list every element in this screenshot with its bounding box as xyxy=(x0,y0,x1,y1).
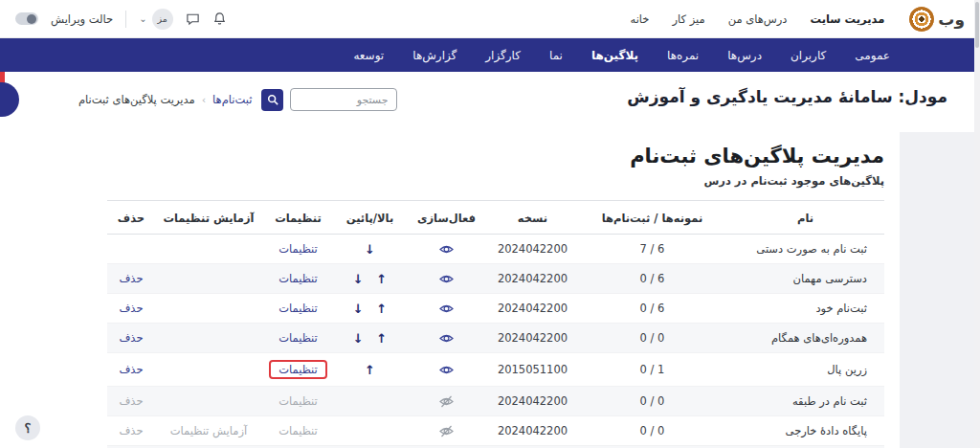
search-button[interactable] xyxy=(261,89,283,111)
uninstall-link[interactable]: حذف xyxy=(119,302,143,315)
plugin-name: دسترسی مهمان xyxy=(726,264,884,294)
settings-link[interactable]: تنظیمات xyxy=(278,363,318,376)
admin-navbar-items: عمومی کاربران درس‌ها نمره‌ها پلاگین‌ها ن… xyxy=(353,49,890,62)
breadcrumb-search-bar: مدیریت پلاگین‌های ثبت‌نام ‹ ثبت‌نام‌ها xyxy=(78,88,397,111)
move-down-arrow[interactable]: ↓ xyxy=(353,272,364,286)
move-up-arrow[interactable]: ↑ xyxy=(376,302,387,316)
logo-text: وب xyxy=(938,10,965,29)
settings-link[interactable]: تنظیمات xyxy=(278,331,318,345)
site-logo[interactable]: وب xyxy=(909,7,965,32)
column-header: تنظیمات xyxy=(262,201,334,235)
plugin-version: 2015051100 xyxy=(498,363,568,376)
column-header: آزمایش تنظیمات xyxy=(155,201,262,235)
disable-plugin-link[interactable] xyxy=(439,302,454,315)
topbar-right: وب مدیریت سایت درس‌های من میز کار خانه xyxy=(630,7,965,32)
annotation-highlight-box: تنظیمات xyxy=(271,301,325,316)
table-row: همدوره‌ای‌های همگام 0 / 0 2024042200 ↑ xyxy=(107,324,884,353)
settings-link[interactable]: تنظیمات xyxy=(278,242,318,256)
plugin-version: 2024042200 xyxy=(498,272,568,285)
question-icon: ؟ xyxy=(25,421,32,436)
move-down-arrow[interactable]: ↓ xyxy=(365,242,375,257)
uninstall-link[interactable]: حذف xyxy=(119,424,143,437)
column-header: نام xyxy=(726,201,884,235)
uninstall-link[interactable]: حذف xyxy=(119,331,143,345)
move-up-arrow[interactable]: ↑ xyxy=(376,331,387,346)
scrollbar-thumb[interactable] xyxy=(975,2,979,48)
table-row: دسترسی مهمان 0 / 6 2024042200 ↑ ↓ xyxy=(107,264,884,294)
topbar-nav-item[interactable]: خانه xyxy=(630,12,649,26)
move-up-arrow[interactable]: ↑ xyxy=(365,363,375,377)
topbar-left: مز ⌄ حالت ویرایش xyxy=(15,9,227,30)
table-row: ثبت نام در طبقه 0 / 0 2024042200 xyxy=(107,387,884,416)
settings-link[interactable]: تنظیمات xyxy=(278,394,318,408)
disable-plugin-link[interactable] xyxy=(439,242,454,256)
uninstall-link[interactable]: حذف xyxy=(119,272,143,285)
uninstall-link[interactable]: حذف xyxy=(119,394,143,408)
chevron-down-icon: ⌄ xyxy=(139,13,146,24)
annotation-highlight-box: تنظیمات xyxy=(271,241,325,257)
move-up-arrow[interactable]: ↑ xyxy=(376,272,387,286)
notifications-button[interactable] xyxy=(212,11,227,26)
edit-mode-toggle[interactable] xyxy=(15,12,38,25)
messages-button[interactable] xyxy=(186,11,200,26)
plugin-name: زرین پال xyxy=(726,353,884,387)
toggle-knob xyxy=(27,14,36,24)
test-settings-link[interactable]: آزمایش تنظیمات xyxy=(170,424,247,437)
annotation-highlight-box: تنظیمات xyxy=(271,393,325,409)
user-menu[interactable]: مز ⌄ xyxy=(139,9,172,30)
instances-count: 0 / 0 xyxy=(640,424,665,437)
main-content: مدیریت پلاگین‌های ثبت‌نام پلاگین‌های موج… xyxy=(107,145,884,448)
disable-plugin-link[interactable] xyxy=(439,331,454,345)
plugin-name: پایگاه دادهٔ خارجی xyxy=(726,416,884,446)
admin-navbar-item[interactable]: عمومی xyxy=(855,49,890,62)
uninstall-link[interactable]: حذف xyxy=(119,363,143,376)
table-row: ثبت نام به صورت دستی 7 / 6 2024042200 xyxy=(107,235,884,264)
table-header-row: نام نمونه‌ها / ثبت‌نام‌ها نسخه فعال‌سازی… xyxy=(107,201,884,235)
eye-icon xyxy=(439,364,454,376)
settings-link[interactable]: تنظیمات xyxy=(278,302,318,315)
annotation-highlight-box: تنظیمات xyxy=(271,271,325,286)
enable-plugin-link[interactable] xyxy=(439,424,454,437)
settings-link[interactable]: تنظیمات xyxy=(278,272,318,285)
admin-navbar-item[interactable]: پلاگین‌ها xyxy=(591,49,638,62)
topbar-divider xyxy=(125,11,126,28)
topbar-nav-item[interactable]: میز کار xyxy=(672,12,704,26)
admin-navbar-item[interactable]: درس‌ها xyxy=(727,49,762,62)
scrollbar[interactable] xyxy=(974,0,980,448)
admin-navbar-item[interactable]: کارگزار xyxy=(485,49,521,62)
column-header: فعال‌سازی xyxy=(406,201,487,235)
disable-plugin-link[interactable] xyxy=(439,272,454,285)
topbar-nav-item[interactable]: درس‌های من xyxy=(728,12,788,26)
plugin-version: 2024042200 xyxy=(498,242,568,256)
page-heading: مدیریت پلاگین‌های ثبت‌نام xyxy=(107,145,884,168)
topbar-nav-item[interactable]: مدیریت سایت xyxy=(810,12,884,26)
header-zone: › مودل: سامانهٔ مدیریت یادگیری و آموزش م… xyxy=(0,72,980,131)
search-input[interactable] xyxy=(290,88,397,111)
move-down-arrow[interactable]: ↓ xyxy=(353,302,364,316)
plugin-name: ثبت‌نام خود xyxy=(726,294,884,324)
disable-plugin-link[interactable] xyxy=(439,363,454,376)
breadcrumb-current: مدیریت پلاگین‌های ثبت‌نام xyxy=(78,93,195,106)
settings-link[interactable]: تنظیمات xyxy=(278,424,318,437)
drawer-open-button[interactable]: › xyxy=(0,82,19,117)
move-down-arrow[interactable]: ↓ xyxy=(353,331,364,346)
admin-navbar-item[interactable]: گزارش‌ها xyxy=(412,49,457,62)
instances-count: 0 / 6 xyxy=(640,272,665,285)
admin-navbar-item[interactable]: کاربران xyxy=(791,49,826,62)
instances-count: 0 / 0 xyxy=(640,331,665,345)
admin-navbar-item[interactable]: نما xyxy=(549,49,563,62)
table-body: ثبت نام به صورت دستی 7 / 6 2024042200 xyxy=(107,235,884,448)
column-header: بالا/پائین xyxy=(334,201,406,235)
enable-plugin-link[interactable] xyxy=(439,394,454,408)
column-header: نسخه xyxy=(487,201,578,235)
breadcrumb-link-enrolments[interactable]: ثبت‌نام‌ها xyxy=(212,93,252,106)
column-header: حذف xyxy=(107,201,155,235)
avatar[interactable]: مز xyxy=(152,9,173,30)
topbar: وب مدیریت سایت درس‌های من میز کار خانه xyxy=(0,0,980,38)
block-drawer-strip xyxy=(900,132,974,448)
admin-navbar-item[interactable]: نمره‌ها xyxy=(667,49,699,62)
eye-slash-icon xyxy=(439,395,454,408)
annotation-highlight-box: تنظیمات xyxy=(269,360,327,379)
help-button[interactable]: ؟ xyxy=(15,415,40,440)
admin-navbar-item[interactable]: توسعه xyxy=(353,49,384,62)
